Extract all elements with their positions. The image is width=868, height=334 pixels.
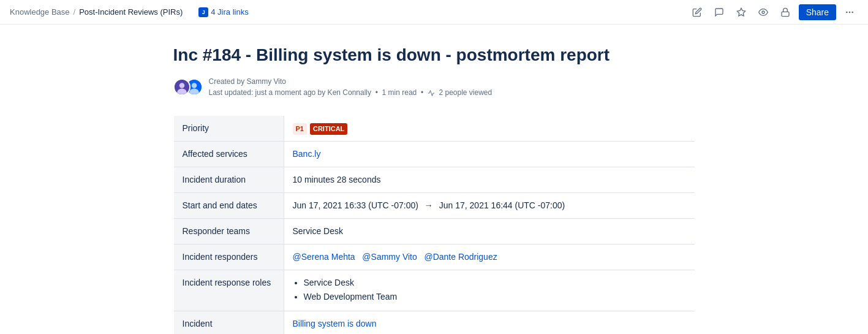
mention-sammy[interactable]: @Sammy Vito bbox=[362, 252, 417, 262]
svg-point-1 bbox=[762, 11, 764, 13]
row-value-incident-duration: 10 minutes 28 seconds bbox=[284, 167, 695, 193]
toolbar: Share bbox=[689, 4, 858, 21]
table-row: Incident Billing system is down bbox=[173, 311, 695, 334]
mention-serena[interactable]: @Serena Mehta bbox=[293, 252, 355, 262]
list-item: Web Development Team bbox=[304, 290, 686, 303]
critical-tag: CRITICAL bbox=[310, 123, 347, 135]
star-button[interactable] bbox=[733, 4, 750, 21]
author-meta: Created by Sammy Vito Last updated: just… bbox=[209, 76, 492, 98]
row-value-incident-responders: @Serena Mehta @Sammy Vito @Dante Rodrigu… bbox=[284, 245, 695, 270]
row-label-incident-duration: Incident duration bbox=[173, 167, 284, 193]
watch-button[interactable] bbox=[755, 4, 772, 21]
affected-services-link[interactable]: Banc.ly bbox=[293, 149, 321, 159]
table-row: Responder teams Service Desk bbox=[173, 219, 695, 245]
jira-links-button[interactable]: J 4 Jira links bbox=[198, 7, 248, 17]
share-button[interactable]: Share bbox=[799, 4, 836, 20]
table-row: Start and end dates Jun 17, 2021 16:33 (… bbox=[173, 193, 695, 219]
breadcrumb-separator: / bbox=[74, 7, 76, 17]
svg-point-3 bbox=[846, 11, 848, 13]
edit-button[interactable] bbox=[689, 4, 706, 21]
row-value-priority: P1 CRITICAL bbox=[284, 116, 695, 142]
table-row: Affected services Banc.ly bbox=[173, 142, 695, 167]
priority-badge: P1 CRITICAL bbox=[293, 123, 348, 135]
row-label-priority: Priority bbox=[173, 116, 284, 142]
breadcrumb-root[interactable]: Knowledge Base bbox=[10, 7, 70, 17]
row-value-response-roles: Service Desk Web Development Team bbox=[284, 270, 695, 311]
row-label-response-roles: Incident response roles bbox=[173, 270, 284, 311]
more-actions-button[interactable] bbox=[841, 4, 858, 21]
row-label-incident-responders: Incident responders bbox=[173, 245, 284, 270]
restrict-button[interactable] bbox=[777, 4, 794, 21]
row-label-responder-teams: Responder teams bbox=[173, 219, 284, 245]
table-row: Incident duration 10 minutes 28 seconds bbox=[173, 167, 695, 193]
row-label-dates: Start and end dates bbox=[173, 193, 284, 219]
svg-rect-2 bbox=[782, 12, 789, 16]
comment-button[interactable] bbox=[711, 4, 728, 21]
row-label-affected-services: Affected services bbox=[173, 142, 284, 167]
date-arrow: → bbox=[425, 200, 433, 210]
top-bar: Knowledge Base / Post-Incident Reviews (… bbox=[0, 0, 868, 25]
row-value-incident: Billing system is down bbox=[284, 311, 695, 334]
list-item: Service Desk bbox=[304, 276, 686, 289]
author-section: Created by Sammy Vito Last updated: just… bbox=[173, 76, 695, 98]
page-title: Inc #184 - Billing system is down - post… bbox=[173, 44, 695, 66]
author-avatars bbox=[173, 78, 203, 96]
avatar-sammy bbox=[173, 78, 191, 96]
breadcrumb-current: Post-Incident Reviews (PIRs) bbox=[79, 7, 183, 17]
end-date: Jun 17, 2021 16:44 (UTC -07:00) bbox=[439, 200, 565, 210]
info-table: Priority P1 CRITICAL Affected services B… bbox=[173, 115, 695, 334]
table-row: Priority P1 CRITICAL bbox=[173, 116, 695, 142]
svg-point-10 bbox=[191, 83, 197, 89]
table-row: Incident responders @Serena Mehta @Sammy… bbox=[173, 245, 695, 270]
row-value-responder-teams: Service Desk bbox=[284, 219, 695, 245]
svg-point-4 bbox=[849, 11, 851, 13]
row-value-affected-services: Banc.ly bbox=[284, 142, 695, 167]
svg-marker-0 bbox=[737, 8, 745, 16]
breadcrumb-area: Knowledge Base / Post-Incident Reviews (… bbox=[10, 7, 249, 17]
p1-tag: P1 bbox=[293, 123, 307, 135]
main-content: Inc #184 - Billing system is down - post… bbox=[159, 25, 710, 334]
jira-icon: J bbox=[198, 7, 208, 17]
response-roles-list: Service Desk Web Development Team bbox=[293, 276, 686, 303]
mention-dante[interactable]: @Dante Rodriguez bbox=[424, 252, 497, 262]
updated-by: Last updated: just a moment ago by Ken C… bbox=[209, 87, 492, 98]
jira-links-label: 4 Jira links bbox=[211, 7, 248, 17]
svg-point-7 bbox=[179, 83, 184, 89]
start-date: Jun 17, 2021 16:33 (UTC -07:00) bbox=[293, 200, 418, 210]
incident-link[interactable]: Billing system is down bbox=[293, 319, 377, 328]
svg-point-5 bbox=[851, 11, 853, 13]
table-row: Incident response roles Service Desk Web… bbox=[173, 270, 695, 311]
row-label-incident: Incident bbox=[173, 311, 284, 334]
row-value-dates: Jun 17, 2021 16:33 (UTC -07:00) → Jun 17… bbox=[284, 193, 695, 219]
created-by: Created by Sammy Vito bbox=[209, 76, 492, 87]
